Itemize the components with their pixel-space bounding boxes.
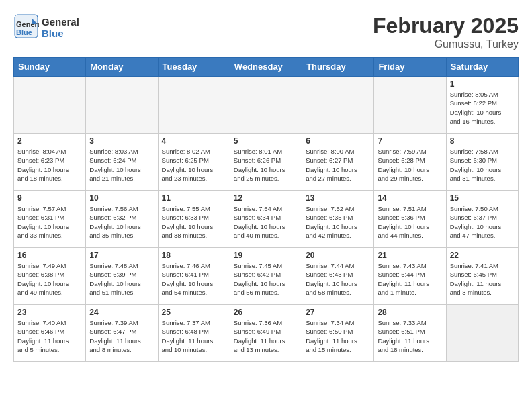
day-info: Sunrise: 8:00 AM Sunset: 6:27 PM Dayligh… (306, 147, 370, 183)
calendar-cell: 7Sunrise: 7:59 AM Sunset: 6:28 PM Daylig… (374, 134, 446, 191)
day-number: 2 (17, 136, 82, 146)
day-number: 9 (17, 193, 82, 203)
svg-text:Blue: Blue (16, 28, 32, 36)
day-info: Sunrise: 7:49 AM Sunset: 6:38 PM Dayligh… (17, 261, 82, 297)
weekday-header-sunday: Sunday (14, 58, 86, 77)
calendar-cell: 14Sunrise: 7:51 AM Sunset: 6:36 PM Dayli… (374, 191, 446, 248)
day-number: 28 (378, 308, 442, 317)
calendar-cell: 12Sunrise: 7:54 AM Sunset: 6:34 PM Dayli… (230, 191, 302, 248)
calendar-cell: 24Sunrise: 7:39 AM Sunset: 6:47 PM Dayli… (86, 305, 158, 362)
day-number: 24 (89, 308, 154, 317)
calendar-cell (14, 77, 86, 134)
calendar-cell: 20Sunrise: 7:44 AM Sunset: 6:43 PM Dayli… (302, 248, 374, 305)
logo-general: General (42, 16, 79, 28)
calendar-cell: 11Sunrise: 7:55 AM Sunset: 6:33 PM Dayli… (158, 191, 230, 248)
day-info: Sunrise: 7:50 AM Sunset: 6:37 PM Dayligh… (450, 204, 515, 240)
day-info: Sunrise: 7:56 AM Sunset: 6:32 PM Dayligh… (89, 204, 154, 240)
day-info: Sunrise: 8:03 AM Sunset: 6:24 PM Dayligh… (89, 147, 154, 183)
location: Gumussu, Turkey (373, 38, 519, 50)
day-info: Sunrise: 7:46 AM Sunset: 6:41 PM Dayligh… (162, 261, 226, 297)
logo-icon: General Blue (13, 13, 39, 39)
day-info: Sunrise: 8:01 AM Sunset: 6:26 PM Dayligh… (234, 147, 298, 183)
calendar-week-row: 23Sunrise: 7:40 AM Sunset: 6:46 PM Dayli… (14, 305, 519, 362)
calendar-cell (158, 77, 230, 134)
month-year: February 2025 (373, 13, 519, 38)
day-info: Sunrise: 7:40 AM Sunset: 6:46 PM Dayligh… (17, 318, 82, 354)
day-number: 14 (378, 193, 442, 203)
calendar-title: February 2025 Gumussu, Turkey (373, 13, 519, 50)
day-info: Sunrise: 7:58 AM Sunset: 6:30 PM Dayligh… (450, 147, 515, 183)
day-info: Sunrise: 7:51 AM Sunset: 6:36 PM Dayligh… (378, 204, 442, 240)
calendar-cell (302, 77, 374, 134)
calendar-cell (86, 77, 158, 134)
day-number: 25 (162, 308, 226, 317)
calendar-cell: 13Sunrise: 7:52 AM Sunset: 6:35 PM Dayli… (302, 191, 374, 248)
day-info: Sunrise: 7:33 AM Sunset: 6:51 PM Dayligh… (378, 318, 442, 354)
calendar-cell: 26Sunrise: 7:36 AM Sunset: 6:49 PM Dayli… (230, 305, 302, 362)
day-number: 27 (306, 308, 370, 317)
weekday-header-friday: Friday (374, 58, 446, 77)
day-info: Sunrise: 7:34 AM Sunset: 6:50 PM Dayligh… (306, 318, 370, 354)
calendar-cell: 10Sunrise: 7:56 AM Sunset: 6:32 PM Dayli… (86, 191, 158, 248)
calendar-week-row: 16Sunrise: 7:49 AM Sunset: 6:38 PM Dayli… (14, 248, 519, 305)
day-number: 12 (234, 193, 298, 203)
day-number: 16 (17, 250, 82, 260)
weekday-header-saturday: Saturday (446, 58, 518, 77)
calendar-cell: 15Sunrise: 7:50 AM Sunset: 6:37 PM Dayli… (446, 191, 518, 248)
day-number: 17 (89, 250, 154, 260)
day-number: 13 (306, 193, 370, 203)
weekday-header-monday: Monday (86, 58, 158, 77)
day-info: Sunrise: 7:36 AM Sunset: 6:49 PM Dayligh… (234, 318, 298, 354)
day-info: Sunrise: 7:54 AM Sunset: 6:34 PM Dayligh… (234, 204, 298, 240)
day-number: 3 (89, 136, 154, 146)
day-info: Sunrise: 8:05 AM Sunset: 6:22 PM Dayligh… (450, 90, 515, 126)
weekday-header-thursday: Thursday (302, 58, 374, 77)
calendar-cell: 18Sunrise: 7:46 AM Sunset: 6:41 PM Dayli… (158, 248, 230, 305)
day-number: 18 (162, 250, 226, 260)
calendar-cell: 22Sunrise: 7:41 AM Sunset: 6:45 PM Dayli… (446, 248, 518, 305)
calendar-cell: 19Sunrise: 7:45 AM Sunset: 6:42 PM Dayli… (230, 248, 302, 305)
day-number: 22 (450, 250, 515, 260)
day-number: 7 (378, 136, 442, 146)
calendar-table: SundayMondayTuesdayWednesdayThursdayFrid… (13, 57, 519, 362)
day-info: Sunrise: 7:43 AM Sunset: 6:44 PM Dayligh… (378, 261, 442, 297)
logo-blue: Blue (42, 28, 79, 39)
day-number: 10 (89, 193, 154, 203)
calendar-cell: 23Sunrise: 7:40 AM Sunset: 6:46 PM Dayli… (14, 305, 86, 362)
calendar-cell: 16Sunrise: 7:49 AM Sunset: 6:38 PM Dayli… (14, 248, 86, 305)
day-number: 6 (306, 136, 370, 146)
day-number: 23 (17, 308, 82, 317)
weekday-header-wednesday: Wednesday (230, 58, 302, 77)
day-info: Sunrise: 7:48 AM Sunset: 6:39 PM Dayligh… (89, 261, 154, 297)
calendar-week-row: 9Sunrise: 7:57 AM Sunset: 6:31 PM Daylig… (14, 191, 519, 248)
day-info: Sunrise: 7:39 AM Sunset: 6:47 PM Dayligh… (89, 318, 154, 354)
calendar-week-row: 2Sunrise: 8:04 AM Sunset: 6:23 PM Daylig… (14, 134, 519, 191)
day-info: Sunrise: 7:44 AM Sunset: 6:43 PM Dayligh… (306, 261, 370, 297)
day-info: Sunrise: 7:37 AM Sunset: 6:48 PM Dayligh… (162, 318, 226, 354)
calendar-cell (230, 77, 302, 134)
calendar-cell: 25Sunrise: 7:37 AM Sunset: 6:48 PM Dayli… (158, 305, 230, 362)
logo: General Blue General Blue (13, 13, 79, 42)
calendar-cell (374, 77, 446, 134)
calendar-cell: 8Sunrise: 7:58 AM Sunset: 6:30 PM Daylig… (446, 134, 518, 191)
day-info: Sunrise: 7:59 AM Sunset: 6:28 PM Dayligh… (378, 147, 442, 183)
calendar-cell: 9Sunrise: 7:57 AM Sunset: 6:31 PM Daylig… (14, 191, 86, 248)
day-number: 15 (450, 193, 515, 203)
calendar-cell (446, 305, 518, 362)
day-number: 11 (162, 193, 226, 203)
page-header: General Blue General Blue February 2025 … (13, 13, 519, 50)
day-info: Sunrise: 8:04 AM Sunset: 6:23 PM Dayligh… (17, 147, 82, 183)
calendar-cell: 3Sunrise: 8:03 AM Sunset: 6:24 PM Daylig… (86, 134, 158, 191)
day-info: Sunrise: 8:02 AM Sunset: 6:25 PM Dayligh… (162, 147, 226, 183)
calendar-cell: 1Sunrise: 8:05 AM Sunset: 6:22 PM Daylig… (446, 77, 518, 134)
calendar-cell: 17Sunrise: 7:48 AM Sunset: 6:39 PM Dayli… (86, 248, 158, 305)
day-number: 19 (234, 250, 298, 260)
calendar-cell: 4Sunrise: 8:02 AM Sunset: 6:25 PM Daylig… (158, 134, 230, 191)
calendar-cell: 21Sunrise: 7:43 AM Sunset: 6:44 PM Dayli… (374, 248, 446, 305)
day-number: 1 (450, 79, 515, 89)
calendar-cell: 5Sunrise: 8:01 AM Sunset: 6:26 PM Daylig… (230, 134, 302, 191)
day-info: Sunrise: 7:55 AM Sunset: 6:33 PM Dayligh… (162, 204, 226, 240)
day-number: 5 (234, 136, 298, 146)
day-number: 20 (306, 250, 370, 260)
calendar-cell: 6Sunrise: 8:00 AM Sunset: 6:27 PM Daylig… (302, 134, 374, 191)
